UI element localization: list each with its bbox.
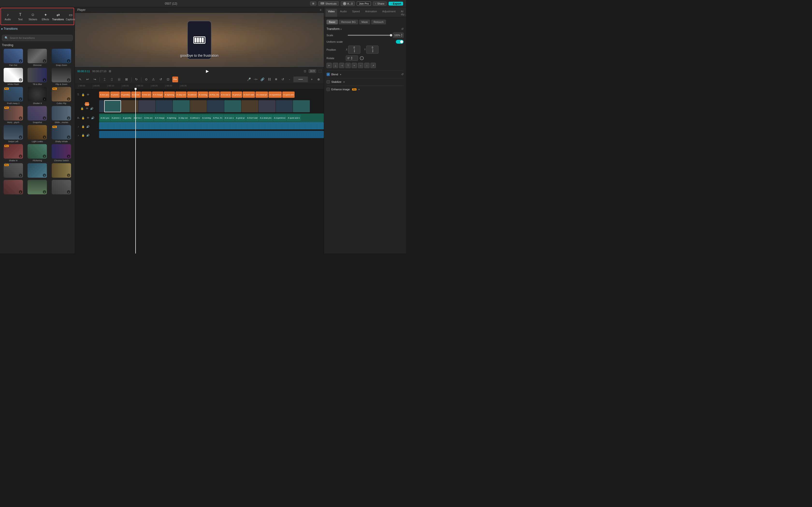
blend-reset-icon[interactable]: ↺ <box>401 73 404 76</box>
crop-tool[interactable]: ⌸ <box>116 76 122 82</box>
clip-link-icon[interactable]: 🔗 <box>260 76 265 82</box>
rotate-circle-icon[interactable]: ○ <box>360 56 364 60</box>
video-lock-icon[interactable]: 🔒 <box>80 107 84 110</box>
rotate-input[interactable]: 0° ▲ ▼ <box>346 56 358 61</box>
align-bottom-btn[interactable]: ↔ <box>358 63 363 68</box>
split-tool[interactable]: ⌶ <box>102 76 108 82</box>
transition-item-12[interactable]: ↓ Swipe Left <box>2 125 24 143</box>
tool-transitions[interactable]: ⇄ Transitions <box>52 11 64 22</box>
aspect-ratio-badge[interactable]: 16:9 <box>309 69 316 73</box>
transition-item-20[interactable]: ↓ <box>50 163 73 178</box>
video-clip[interactable] <box>293 100 310 112</box>
text-clip[interactable]: AᵢPlus, it's <box>209 92 220 98</box>
ma-audio-icon[interactable]: 🔊 <box>86 125 90 128</box>
clip-unlink-icon[interactable]: ⛓ <box>266 76 272 82</box>
right-tab-speed[interactable]: Speed <box>350 9 362 17</box>
transition-item-2[interactable]: ↓ Snap Zoom <box>50 49 73 66</box>
share-button[interactable]: ↑ Share <box>373 1 387 6</box>
record-tool[interactable]: ⊙ <box>143 76 149 82</box>
transition-item-11[interactable]: ↓ Slidin...mories <box>50 106 73 124</box>
timeline-add-icon[interactable]: ⊕ <box>316 76 321 82</box>
text-lock-icon[interactable]: 🔒 <box>81 93 85 97</box>
search-input[interactable] <box>10 37 70 39</box>
transform-reset-icon[interactable]: ↺ <box>401 27 404 31</box>
video-clip[interactable] <box>207 100 224 112</box>
right-tab-aisty[interactable]: AI sty... <box>399 9 406 17</box>
align-center-h-btn[interactable]: ⊥ <box>333 63 338 68</box>
video-audio-icon[interactable]: 🔊 <box>90 107 94 110</box>
screenshot-icon[interactable]: ⊡ <box>304 69 306 73</box>
transition-item-8[interactable]: Pro ↓ Cubic Flip <box>50 87 73 105</box>
transition-item-3[interactable]: ↓ White Flash <box>2 68 24 86</box>
tool-audio[interactable]: ♪ Audio <box>1 11 14 22</box>
text-clip[interactable]: Aᵢgoodby <box>120 92 131 98</box>
video-clip[interactable] <box>190 100 207 112</box>
rotate-tool[interactable]: ↻ <box>134 76 139 82</box>
video-clip[interactable] <box>259 100 275 112</box>
sub-tab-mask[interactable]: Mask <box>359 19 370 24</box>
text-clip[interactable]: Aᵢto use a <box>220 92 231 98</box>
clip-split-icon[interactable]: ⊣⊢ <box>253 76 259 82</box>
right-tab-animation[interactable]: Animation <box>363 9 379 17</box>
align-left-btn[interactable]: ⊢ <box>326 63 332 68</box>
blend-checkbox[interactable]: ✓ <box>326 73 330 76</box>
play-button[interactable]: ▶ <box>206 69 209 73</box>
transition-item-1[interactable]: ↓ Shimmer <box>26 49 49 66</box>
align-center-v-btn[interactable]: + <box>352 63 357 68</box>
text-clip[interactable]: Aᵢstay con <box>175 92 187 98</box>
audio-record-icon[interactable]: 🎤 <box>246 76 252 82</box>
export-button[interactable]: ↑ Export <box>389 2 403 6</box>
text-clip[interactable]: Aᵢgreat pr <box>232 92 242 98</box>
ac-audio-icon[interactable]: 🔊 <box>91 116 95 120</box>
uniform-scale-toggle[interactable] <box>396 40 404 44</box>
search-bar[interactable]: 🔍 <box>2 35 73 41</box>
video-clip[interactable] <box>99 100 104 112</box>
text-clip[interactable]: Aᵢof low <box>131 92 141 98</box>
transition-item-10[interactable]: ↓ Snapshot <box>26 106 49 124</box>
ac-visibility-icon[interactable]: 👁 <box>86 116 90 120</box>
blend-info-icon[interactable]: ▾ <box>340 73 341 76</box>
video-clip[interactable] <box>139 100 155 112</box>
audio-caption-clip[interactable]: Aᵢthis am <box>143 115 153 121</box>
scale-value-box[interactable]: 100% ▲ ▼ <box>393 33 404 38</box>
select-tool[interactable]: ↖ <box>77 76 83 82</box>
right-tab-audio[interactable]: Audio <box>338 9 349 17</box>
sub-tab-remove-bg[interactable]: Remove BG <box>339 19 358 24</box>
tool-text[interactable]: T Text <box>14 11 27 22</box>
text-clip[interactable]: AᵢDon't wait <box>243 92 255 98</box>
video-clip[interactable] <box>121 100 138 112</box>
warn-tool[interactable]: ⚠ <box>151 76 156 82</box>
audio-caption-clip[interactable]: AᵢPlus, it's <box>212 115 223 121</box>
transition-item-22[interactable]: ↓ <box>26 180 49 195</box>
audio-caption-clip[interactable]: Aᵢstay con <box>177 115 189 121</box>
transition-item-18[interactable]: Pro ↓ <box>2 163 24 178</box>
pro-tool[interactable]: Pro <box>172 76 178 82</box>
grid-view-icon[interactable]: ⊞ <box>109 69 111 73</box>
right-tab-adjustment[interactable]: Adjustment <box>380 9 398 17</box>
text-clip[interactable]: Aᵢwithout <box>187 92 197 98</box>
video-clip[interactable] <box>276 100 293 112</box>
audio-caption-clip[interactable]: Aᵢto use a <box>224 115 235 121</box>
pos-y-stepper[interactable]: ▲ ▼ <box>368 49 377 53</box>
text-clip[interactable]: AᵢIt charge <box>152 92 163 98</box>
transition-item-0[interactable]: ↓ Fan Out <box>2 49 24 66</box>
audio-caption-clip[interactable]: Aᵢwithout v <box>189 115 201 121</box>
align-top-btn[interactable]: ⊤ <box>345 63 351 68</box>
ma-lock-icon[interactable]: 🔒 <box>81 125 85 128</box>
text-clip[interactable]: Aᵢrunning <box>198 92 208 98</box>
align-right-btn[interactable]: ⊣ <box>339 63 344 68</box>
enhance-checkbox[interactable] <box>326 88 330 91</box>
scale-stepper[interactable]: ▲ ▼ <box>401 33 403 37</box>
redo-tool[interactable]: ↪ <box>92 76 98 82</box>
video-clip[interactable] <box>104 100 121 112</box>
pos-x-input[interactable]: 0 ▲ ▼ <box>348 46 360 54</box>
undo-tool[interactable]: ↩ <box>85 76 90 82</box>
delete-tool[interactable]: ⊠ <box>123 76 129 82</box>
audio-caption-clip[interactable]: Aᵢexperience <box>273 115 286 121</box>
transition-item-17[interactable]: ↓ Chroma Switch <box>50 144 73 162</box>
transition-item-13[interactable]: ↓ Light Leaks <box>26 125 49 143</box>
adjust-tool[interactable]: ↺ <box>158 76 164 82</box>
music-clip[interactable] <box>99 131 324 138</box>
video-clip[interactable] <box>224 100 241 112</box>
pos-y-input[interactable]: 0 ▲ ▼ <box>366 46 378 54</box>
